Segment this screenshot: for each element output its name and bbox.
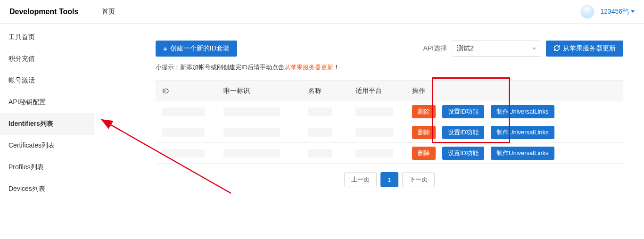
make-universal-links-button[interactable]: 制作UniversalLinks: [491, 147, 554, 160]
cell-id: [162, 107, 205, 116]
set-id-button[interactable]: 设置ID功能: [442, 126, 484, 139]
brand-title: Development Tools: [9, 8, 78, 16]
sidebar-item-4[interactable]: Identifiers列表: [0, 113, 94, 135]
col-header-id: ID: [162, 87, 223, 95]
hint-prefix: 小提示：新添加帐号或刚创建完ID后请手动点击: [156, 64, 284, 71]
hint-link: 从苹果服务器更新: [284, 64, 333, 71]
user-menu[interactable]: 123456鸭: [600, 8, 635, 16]
api-select-group: API选择 测试2 从苹果服务器更新: [423, 41, 623, 57]
identifiers-table: ID 唯一标识 名称 适用平台 操作 删除设置ID功能制作UniversalLi…: [156, 80, 623, 164]
chevron-down-icon: [631, 10, 635, 13]
hint-suffix: ！: [333, 64, 339, 71]
sidebar-item-5[interactable]: Certificates列表: [0, 135, 94, 157]
api-select[interactable]: 测试2: [452, 41, 541, 57]
sidebar-item-7[interactable]: Devices列表: [0, 178, 94, 200]
make-universal-links-button[interactable]: 制作UniversalLinks: [491, 126, 554, 139]
header-left: Development Tools 首页: [9, 8, 115, 16]
cell-uid: [223, 107, 280, 116]
header-right: 123456鸭: [580, 5, 635, 19]
top-header: Development Tools 首页 123456鸭: [0, 0, 644, 24]
cell-name: [308, 107, 332, 116]
sidebar-item-2[interactable]: 帐号激活: [0, 70, 94, 91]
cell-name: [308, 149, 332, 157]
avatar[interactable]: [580, 5, 594, 19]
main-content: + 创建一个新的ID套装 API选择 测试2 从苹果服务器更新: [94, 24, 644, 239]
refresh-icon: [553, 45, 560, 53]
delete-button[interactable]: 删除: [412, 147, 436, 160]
set-id-button[interactable]: 设置ID功能: [442, 147, 484, 160]
create-id-button[interactable]: + 创建一个新的ID套装: [156, 41, 237, 57]
cell-platform: [355, 149, 393, 157]
page-1-button[interactable]: 1: [380, 172, 398, 187]
chevron-down-icon: [532, 48, 536, 50]
table-header-row: ID 唯一标识 名称 适用平台 操作: [156, 81, 623, 101]
delete-button[interactable]: 删除: [412, 105, 436, 118]
api-select-label: API选择: [423, 44, 447, 53]
col-header-uid: 唯一标识: [223, 87, 308, 95]
cell-platform: [355, 128, 393, 137]
prev-page-button[interactable]: 上一页: [344, 172, 377, 187]
refresh-from-apple-button[interactable]: 从苹果服务器更新: [546, 41, 623, 57]
col-header-operation: 操作: [412, 87, 617, 95]
toolbar: + 创建一个新的ID套装 API选择 测试2 从苹果服务器更新: [156, 41, 623, 57]
create-id-label: 创建一个新的ID套装: [170, 44, 230, 53]
col-header-platform: 适用平台: [355, 87, 412, 95]
col-header-name: 名称: [308, 87, 355, 95]
sidebar: 工具首页积分充值帐号激活API秘钥配置Identifiers列表Certific…: [0, 24, 94, 239]
cell-id: [162, 128, 205, 137]
sidebar-item-3[interactable]: API秘钥配置: [0, 91, 94, 113]
pagination: 上一页 1 下一页: [156, 172, 623, 187]
sidebar-item-1[interactable]: 积分充值: [0, 48, 94, 70]
delete-button[interactable]: 删除: [412, 126, 436, 139]
nav-home[interactable]: 首页: [102, 8, 115, 16]
cell-platform: [355, 107, 393, 116]
cell-name: [308, 128, 332, 137]
set-id-button[interactable]: 设置ID功能: [442, 105, 484, 118]
sidebar-item-6[interactable]: Profiles列表: [0, 157, 94, 178]
table-row: 删除设置ID功能制作UniversalLinks: [156, 101, 623, 122]
table-row: 删除设置ID功能制作UniversalLinks: [156, 143, 623, 164]
cell-id: [162, 149, 205, 157]
plus-icon: +: [163, 45, 167, 52]
sidebar-item-0[interactable]: 工具首页: [0, 26, 94, 48]
next-page-button[interactable]: 下一页: [402, 172, 435, 187]
username-label: 123456鸭: [600, 8, 629, 16]
refresh-label: 从苹果服务器更新: [563, 44, 616, 53]
api-select-value: 测试2: [457, 44, 474, 53]
cell-uid: [223, 128, 280, 137]
table-row: 删除设置ID功能制作UniversalLinks: [156, 122, 623, 143]
hint-text: 小提示：新添加帐号或刚创建完ID后请手动点击从苹果服务器更新！: [156, 63, 623, 72]
make-universal-links-button[interactable]: 制作UniversalLinks: [491, 105, 554, 118]
cell-uid: [223, 149, 280, 157]
